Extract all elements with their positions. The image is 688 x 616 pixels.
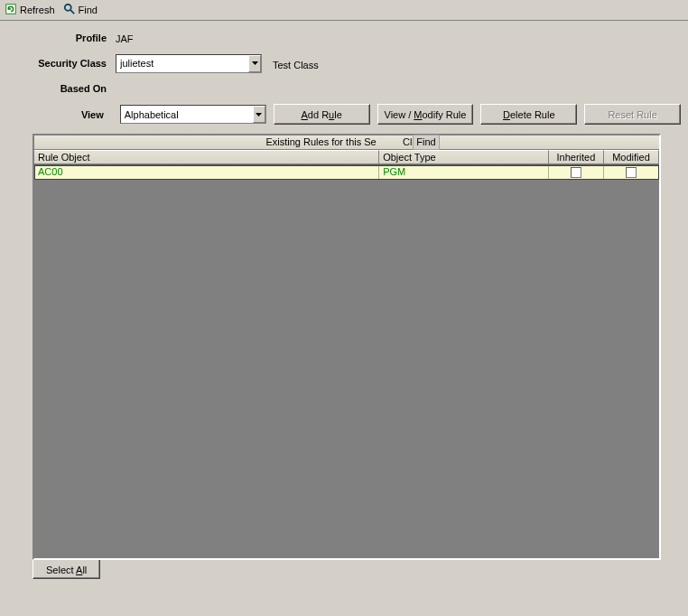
cell-rule-object: AC00 [34, 165, 379, 179]
table-body: AC00 PGM [34, 165, 659, 180]
column-headers: Rule Object Object Type Inherited Modifi… [34, 150, 659, 165]
security-class-select[interactable] [116, 54, 262, 73]
content-area: Profile JAF Security Class Test Class Ba… [0, 21, 688, 583]
find-label: Find [79, 5, 98, 15]
find-button[interactable]: Find [60, 1, 103, 19]
modified-checkbox[interactable] [626, 167, 637, 178]
refresh-icon [5, 3, 17, 17]
inherited-checkbox[interactable] [571, 167, 581, 178]
header-inherited[interactable]: Inherited [549, 150, 604, 164]
svg-line-2 [70, 10, 73, 14]
add-rule-button[interactable]: AAdd Ruledd Rule [274, 104, 370, 125]
view-select[interactable] [120, 105, 266, 124]
header-object-type[interactable]: Object Type [379, 150, 549, 164]
cell-inherited [549, 165, 604, 179]
cell-modified [604, 165, 659, 179]
cell-object-type: PGM [379, 165, 549, 179]
based-on-label: Based On [7, 83, 116, 94]
view-input[interactable] [121, 106, 253, 123]
svg-point-1 [64, 5, 70, 11]
profile-label: Profile [7, 33, 116, 43]
find-overlay[interactable]: Find [413, 135, 440, 150]
delete-rule-button[interactable]: Delete Rule [480, 104, 577, 125]
refresh-label: Refresh [20, 5, 55, 15]
view-modify-rule-button[interactable]: View / Modify Rule [377, 104, 474, 125]
chevron-down-icon[interactable] [248, 55, 261, 72]
chevron-down-icon[interactable] [253, 106, 265, 123]
reset-rule-button: Reset Rule [584, 104, 681, 125]
header-modified[interactable]: Modified [604, 150, 659, 164]
toolbar: Refresh Find [0, 0, 688, 21]
view-label: View [7, 109, 113, 120]
rules-table: Existing Rules for this Security Class F… [33, 134, 661, 560]
security-class-label: Security Class [7, 58, 116, 69]
security-class-input[interactable] [116, 55, 248, 72]
profile-value: JAF [116, 32, 134, 44]
security-class-description: Test Class [273, 57, 319, 70]
search-icon [63, 3, 76, 17]
header-rule-object[interactable]: Rule Object [34, 150, 379, 164]
table-row[interactable]: AC00 PGM [34, 165, 659, 180]
refresh-button[interactable]: Refresh [2, 1, 60, 19]
select-all-button[interactable]: Select All [33, 560, 100, 579]
table-title: Existing Rules for this Security Class F… [34, 135, 659, 150]
